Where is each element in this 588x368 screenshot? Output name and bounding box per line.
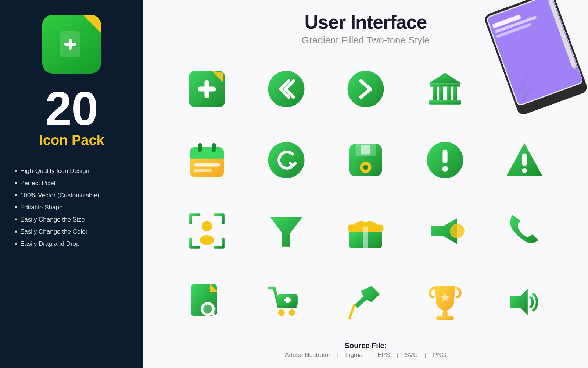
icon-pack-label: Icon Pack (39, 132, 104, 148)
svg-point-41 (442, 166, 448, 172)
svg-rect-30 (212, 143, 216, 152)
svg-rect-17 (429, 100, 461, 105)
svg-line-66 (349, 305, 354, 318)
icon-file-plus (187, 69, 227, 109)
icon-cell-16 (169, 270, 245, 334)
icon-cell-14 (407, 199, 483, 263)
icon-trophy (425, 282, 465, 322)
svg-marker-47 (270, 217, 302, 246)
source-format-separator: | (369, 351, 371, 359)
source-file-section: Source File: Adobe Illustrator|Figma|EPS… (158, 338, 573, 361)
icon-cell-7 (248, 128, 324, 192)
icon-cell-4 (407, 57, 483, 121)
source-format-item: SVG (405, 351, 418, 359)
svg-rect-2 (64, 43, 76, 46)
icon-cell-20 (487, 270, 562, 334)
icon-cell-12 (248, 199, 324, 263)
svg-rect-67 (442, 311, 447, 316)
svg-point-63 (289, 309, 295, 316)
icon-pin (345, 282, 386, 322)
icon-save (345, 140, 386, 180)
source-format-item: EPS (377, 351, 390, 359)
feature-item: Easily Change the Size (15, 215, 132, 224)
source-file-title: Source File: (158, 342, 573, 350)
svg-rect-29 (198, 143, 202, 152)
icon-right-arrow (345, 69, 386, 109)
icon-cell-10 (487, 128, 562, 192)
icon-cell-9 (407, 128, 483, 192)
svg-rect-50 (363, 224, 368, 248)
svg-rect-32 (194, 169, 212, 172)
svg-point-44 (522, 168, 527, 173)
icon-cell-2 (248, 57, 324, 121)
icon-calendar (187, 140, 227, 180)
icon-gift (345, 211, 386, 251)
icon-speaker (504, 282, 545, 322)
source-format-item: Adobe Illustrator (285, 351, 330, 359)
icon-cell-13 (328, 199, 404, 263)
icon-cell-6 (169, 128, 245, 192)
svg-point-45 (202, 221, 212, 231)
icon-bank (425, 69, 465, 109)
icon-warning-triangle (504, 140, 545, 180)
svg-rect-43 (522, 154, 527, 166)
source-format-item: PNG (433, 351, 447, 359)
icon-cart-plus (266, 282, 306, 322)
svg-rect-40 (442, 150, 447, 163)
icon-cell-3 (328, 57, 404, 121)
svg-rect-20 (447, 86, 451, 101)
svg-marker-23 (429, 73, 461, 84)
icon-left-arrows (266, 69, 306, 109)
icon-cell-8 (328, 128, 404, 192)
right-panel: User Interface Gradient Filled Two-tone … (143, 0, 588, 368)
svg-rect-68 (436, 316, 454, 320)
svg-rect-28 (190, 154, 224, 159)
svg-rect-31 (194, 163, 220, 167)
icon-cell-1 (169, 57, 245, 121)
svg-point-53 (363, 222, 368, 227)
icon-phone (504, 211, 545, 251)
feature-item: 100% Vector (Customizable) (15, 191, 132, 199)
source-format-separator: | (424, 351, 426, 359)
svg-rect-14 (198, 87, 216, 92)
icon-cell-15 (487, 199, 562, 263)
svg-rect-18 (433, 86, 437, 101)
svg-rect-65 (284, 299, 291, 301)
svg-point-38 (363, 165, 368, 170)
logo-svg (57, 29, 86, 59)
source-format-separator: | (337, 351, 338, 359)
feature-item: Easily Drag and Drop (15, 240, 132, 248)
icon-megaphone (425, 211, 465, 251)
svg-point-55 (450, 224, 465, 238)
feature-list: High-Quality Icon DesignPerfect Pixel100… (11, 167, 132, 252)
icon-filter (266, 211, 306, 251)
icon-cell-18 (328, 270, 404, 334)
icon-face-scan (187, 211, 227, 251)
icon-file-search (187, 282, 227, 322)
page-subtitle: Gradient Filled Two-tone Style (158, 35, 573, 46)
svg-point-16 (348, 71, 384, 107)
icon-exclamation-circle (425, 140, 465, 180)
svg-point-33 (268, 142, 305, 178)
source-format-separator: | (397, 351, 398, 359)
header-section: User Interface Gradient Filled Two-tone … (158, 11, 573, 46)
source-format-item: Figma (345, 351, 362, 359)
source-formats: Adobe Illustrator|Figma|EPS|SVG|PNG (158, 351, 573, 359)
icon-count: 20 (45, 85, 98, 132)
feature-item: High-Quality Icon Design (15, 167, 132, 175)
svg-rect-19 (439, 86, 443, 101)
svg-point-46 (200, 235, 214, 245)
page-title: User Interface (158, 11, 573, 33)
icon-return (266, 140, 306, 180)
icon-cell-19 (407, 270, 483, 334)
feature-item: Easily Change the Color (15, 227, 132, 236)
icon-cell-11 (169, 199, 245, 263)
feature-item: Editable Shape (15, 203, 132, 212)
app-logo (42, 15, 101, 74)
svg-rect-21 (453, 86, 457, 101)
icon-cell-17 (248, 270, 324, 334)
svg-rect-22 (430, 84, 460, 87)
left-panel: 20 Icon Pack High-Quality Icon DesignPer… (0, 0, 143, 368)
svg-point-62 (278, 309, 285, 316)
feature-item: Perfect Pixel (15, 179, 132, 187)
